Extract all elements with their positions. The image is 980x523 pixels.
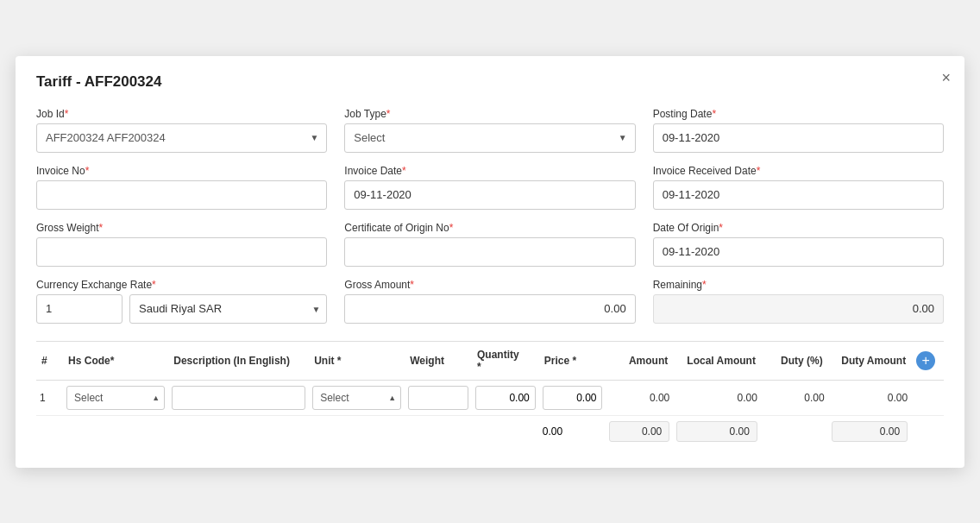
gross-amount-label: Gross Amount*	[344, 279, 635, 291]
row-weight-cell	[405, 380, 472, 415]
posting-date-input[interactable]	[653, 123, 944, 153]
col-header-hscode: Hs Code*	[63, 341, 168, 380]
table-footer-row: 0.00 0.00 0.00 0.00	[36, 415, 944, 447]
row-unit-select-wrapper[interactable]: Select ▲	[312, 386, 401, 410]
footer-label-cell	[36, 415, 539, 447]
job-type-select[interactable]: Select	[344, 123, 635, 153]
invoice-received-date-label: Invoice Received Date*	[653, 165, 944, 177]
row-hscode-select[interactable]: Select	[66, 386, 165, 410]
invoice-no-group: Invoice No*	[36, 165, 327, 210]
cert-origin-group: Certificate of Origin No*	[344, 222, 635, 267]
invoice-date-group: Invoice Date*	[344, 165, 635, 210]
footer-duty-pct-cell	[761, 415, 828, 447]
modal-title: Tariff - AFF200324	[36, 73, 944, 91]
row-unit-select[interactable]: Select	[312, 386, 401, 410]
remaining-group: Remaining* 0.00	[653, 279, 944, 324]
row-hscode-cell: Select ▲	[63, 380, 168, 415]
col-header-price: Price *	[539, 341, 606, 380]
invoice-no-input[interactable]	[36, 180, 327, 210]
row-description-cell	[168, 380, 309, 415]
row-amount-cell: 0.00	[606, 380, 673, 415]
footer-add-cell	[911, 415, 944, 447]
posting-date-group: Posting Date*	[653, 108, 944, 153]
cert-origin-input[interactable]	[344, 237, 635, 267]
row-number: 1	[36, 380, 63, 415]
col-header-num: #	[36, 341, 63, 380]
col-header-add: +	[911, 341, 944, 380]
col-header-unit: Unit *	[309, 341, 405, 380]
footer-duty-amount-total: 0.00	[832, 421, 908, 442]
job-type-label: Job Type*	[344, 108, 635, 120]
invoice-received-date-group: Invoice Received Date*	[653, 165, 944, 210]
col-header-description: Description (In English)	[168, 341, 309, 380]
gross-weight-input[interactable]	[36, 237, 327, 267]
job-id-select-wrapper[interactable]: AFF200324 AFF200324 ▼	[36, 123, 327, 153]
row-duty-pct-cell: 0.00	[761, 380, 828, 415]
footer-quantity-total: 0.00	[539, 415, 606, 447]
row-unit-cell: Select ▲	[309, 380, 405, 415]
date-of-origin-input[interactable]	[653, 237, 944, 267]
job-type-group: Job Type* Select ▼	[344, 108, 635, 153]
modal-container: Tariff - AFF200324 × Job Id* AFF200324 A…	[16, 56, 964, 468]
footer-amount-cell: 0.00	[606, 415, 673, 447]
row-quantity-cell	[472, 380, 539, 415]
currency-select[interactable]: Saudi Riyal SAR	[129, 294, 327, 324]
table-row: 1 Select ▲	[36, 380, 944, 415]
currency-exchange-input[interactable]	[36, 294, 122, 324]
invoice-received-date-input[interactable]	[653, 180, 944, 210]
form-section: Job Id* AFF200324 AFF200324 ▼ Job Type* …	[36, 108, 944, 324]
remaining-display: 0.00	[653, 294, 944, 324]
col-header-quantity: Quantity*	[472, 341, 539, 380]
footer-duty-amount-cell: 0.00	[828, 415, 912, 447]
row-hscode-select-wrapper[interactable]: Select ▲	[66, 386, 165, 410]
row-action-cell	[911, 380, 944, 415]
close-button[interactable]: ×	[941, 70, 951, 85]
footer-local-amount-cell: 0.00	[673, 415, 761, 447]
job-id-group: Job Id* AFF200324 AFF200324 ▼	[36, 108, 327, 153]
invoice-date-label: Invoice Date*	[344, 165, 635, 177]
row-local-amount-cell: 0.00	[673, 380, 761, 415]
row-description-input[interactable]	[172, 386, 305, 410]
footer-amount-total: 0.00	[609, 421, 669, 442]
gross-weight-group: Gross Weight*	[36, 222, 327, 267]
row-price-cell	[539, 380, 606, 415]
items-table-section: # Hs Code* Description (In English) Unit…	[36, 341, 944, 447]
cert-origin-label: Certificate of Origin No*	[344, 222, 635, 234]
remaining-label: Remaining*	[653, 279, 944, 291]
gross-amount-display[interactable]: 0.00	[344, 294, 635, 324]
col-header-duty-pct: Duty (%)	[761, 341, 828, 380]
gross-amount-group: Gross Amount* 0.00	[344, 279, 635, 324]
row-duty-amount-cell: 0.00	[828, 380, 912, 415]
col-header-duty-amount: Duty Amount	[828, 341, 912, 380]
row-weight-input[interactable]	[408, 386, 468, 410]
currency-select-wrapper[interactable]: Saudi Riyal SAR ▼	[129, 294, 327, 324]
job-id-select[interactable]: AFF200324 AFF200324	[36, 123, 327, 153]
currency-exchange-row: Saudi Riyal SAR ▼	[36, 294, 327, 324]
row-price-input[interactable]	[543, 386, 603, 410]
col-header-amount: Amount	[606, 341, 673, 380]
row-quantity-input[interactable]	[475, 386, 536, 410]
posting-date-label: Posting Date*	[653, 108, 944, 120]
invoice-no-label: Invoice No*	[36, 165, 327, 177]
col-header-local-amount: Local Amount	[673, 341, 761, 380]
col-header-weight: Weight	[405, 341, 472, 380]
add-row-button[interactable]: +	[916, 351, 935, 370]
job-id-label: Job Id*	[36, 108, 327, 120]
invoice-date-input[interactable]	[344, 180, 635, 210]
gross-weight-label: Gross Weight*	[36, 222, 327, 234]
items-table: # Hs Code* Description (In English) Unit…	[36, 341, 944, 447]
job-type-select-wrapper[interactable]: Select ▼	[344, 123, 635, 153]
currency-exchange-label: Currency Exchange Rate*	[36, 279, 327, 291]
footer-local-amount-total: 0.00	[676, 421, 757, 442]
currency-exchange-group: Currency Exchange Rate* Saudi Riyal SAR …	[36, 279, 327, 324]
date-of-origin-label: Date Of Origin*	[653, 222, 944, 234]
date-of-origin-group: Date Of Origin*	[653, 222, 944, 267]
